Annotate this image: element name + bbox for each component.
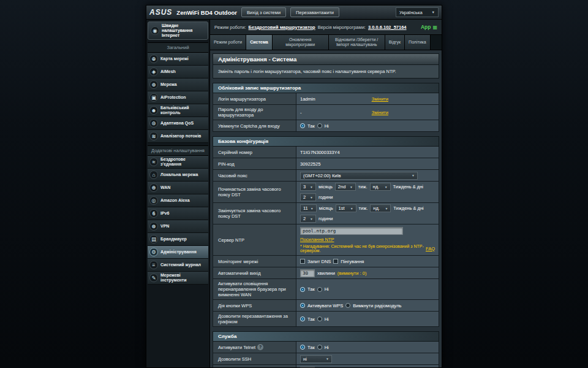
table-row: PIN-код 30922525: [213, 158, 439, 170]
sidebar-item-lan[interactable]: ⌂ Локальна мережа: [148, 169, 208, 182]
sidebar-item-firewall[interactable]: ▤ Брандмауер: [148, 233, 208, 246]
wireless-icon: ≈: [149, 158, 158, 166]
sidebar-item-traffic-analyzer[interactable]: ≋ Аналізатор потоків: [148, 130, 208, 143]
wan-down-notice-cell: Так Ні: [296, 279, 439, 299]
scheduled-reboot-no-radio[interactable]: [317, 316, 322, 321]
firmware-version-link[interactable]: 3.0.0.6.102_57164: [368, 25, 407, 30]
dst-begin-month-value: 3: [303, 184, 306, 190]
wps-radio-off-radio[interactable]: [345, 303, 350, 308]
sidebar-item-aimesh[interactable]: ◈ AiMesh: [148, 66, 208, 79]
auto-logout-input[interactable]: [300, 269, 315, 277]
sidebar-item-guest-network[interactable]: ⊚ Мережа: [148, 79, 208, 91]
sidebar-item-label: VPN: [160, 224, 169, 229]
dst-end-month-select[interactable]: 11: [300, 204, 317, 212]
table-row: Сервер NTP Посилання NTP * Нагадування: …: [213, 224, 439, 256]
tab-operation-mode[interactable]: Режим роботи: [210, 35, 246, 50]
administration-icon: ⚙: [149, 248, 158, 256]
quick-setup-label: Швидке налаштування Інтернет: [162, 23, 205, 38]
change-login-link[interactable]: Змінити: [372, 96, 388, 102]
telnet-no-radio[interactable]: [317, 345, 322, 350]
telnet-label: Активувати Telnet: [218, 345, 255, 350]
operation-mode-link[interactable]: Бездротовий маршрутизатор: [249, 25, 315, 30]
ssh-select[interactable]: ні: [300, 355, 332, 363]
telnet-yes-radio[interactable]: [300, 345, 305, 350]
sidebar-item-ipv6[interactable]: 6 IPv6: [148, 207, 208, 220]
help-icon[interactable]: ?: [257, 344, 263, 350]
tab-firmware-upgrade[interactable]: Оновлення мікропрограми: [273, 35, 329, 50]
ntp-faq-link[interactable]: FAQ: [426, 246, 435, 251]
router-model-title: ZenWiFi BD4 Outdoor: [176, 9, 237, 16]
page-description: Змініть пароль і логін маршрутизатора, ч…: [213, 65, 439, 79]
network-monitoring-label: Моніторинг мережі: [213, 256, 296, 267]
tab-policy[interactable]: Політика: [405, 35, 431, 50]
ping-checkbox[interactable]: [333, 259, 338, 264]
page-content: Адміністрування - Система Змініть пароль…: [210, 50, 442, 368]
reboot-button[interactable]: Перезавантажити: [290, 7, 339, 17]
dst-hour-label: години: [318, 216, 333, 221]
table-row: Дозволити SSH ні: [213, 353, 439, 365]
app-download-link[interactable]: App ▦: [421, 24, 437, 30]
change-password-link[interactable]: Змінити: [372, 110, 388, 115]
sidebar-item-network-tools[interactable]: ✎ Мережеві інструменти: [148, 272, 208, 285]
sidebar-item-network-map[interactable]: ⊕ Карта мережі: [148, 53, 208, 66]
chevron-down-icon: ▼: [432, 10, 435, 14]
dns-query-checkbox[interactable]: [300, 259, 305, 264]
dst-end-day-value: нд.: [373, 205, 380, 211]
dst-begin-day-select[interactable]: нд.: [370, 183, 391, 191]
page-title: Адміністрування - Система: [213, 53, 439, 65]
captcha-no-radio[interactable]: [317, 123, 322, 128]
ntp-link[interactable]: Посилання NTP: [300, 237, 334, 242]
sidebar-item-wireless[interactable]: ≈ Бездротове з'єднання: [148, 156, 208, 169]
ipv6-icon: 6: [149, 209, 158, 218]
dst-begin-week-select[interactable]: 2nd: [335, 183, 356, 191]
dst-begin-month-select[interactable]: 3: [300, 183, 316, 191]
asus-logo: ASUS: [149, 8, 172, 17]
timezone-select[interactable]: (GMT+02:00) Київ: [300, 172, 418, 180]
ntp-server-input[interactable]: [300, 227, 403, 235]
minutes-suffix: хвилини: [317, 270, 335, 276]
sidebar-item-wan[interactable]: ⊛ WAN: [148, 182, 208, 194]
table-row: Дія кнопки WPS Активувати WPS Вимкнути р…: [213, 300, 439, 312]
scheduled-reboot-yes-radio[interactable]: [300, 316, 305, 321]
sidebar-item-label: Мережа: [160, 82, 177, 87]
section-header-router-account: Обліковий запис маршрутизатора: [213, 83, 439, 93]
sidebar-item-parental-controls[interactable]: ☻ Батьківський контроль: [148, 104, 208, 117]
dst-end-cell: 11 місяць 1st тиж. нд. Тиждень & дні 2 г…: [296, 203, 439, 224]
wps-activate-radio[interactable]: [300, 303, 305, 308]
dst-end-day-select[interactable]: нд.: [370, 204, 391, 212]
language-select[interactable]: Українська ▼: [396, 7, 439, 17]
dst-begin-hour-select[interactable]: 2: [300, 193, 316, 201]
tab-feedback[interactable]: Відгук: [385, 35, 405, 50]
sidebar-item-amazon-alexa[interactable]: ◎ Amazon Alexa: [148, 194, 208, 207]
sidebar-item-system-log[interactable]: ≡ Системний журнал: [148, 259, 208, 272]
sidebar-item-label: Адміністрування: [160, 250, 197, 255]
sidebar: ◉ Швидке налаштування Інтернет Загальний…: [146, 20, 210, 368]
table-row: Починається заміна часового поясу DST 3 …: [213, 182, 439, 203]
wps-button-action-cell: Активувати WPS Вимкнути радіомодуль: [296, 300, 439, 311]
logout-button[interactable]: Вихід з системи: [241, 7, 286, 17]
dst-end-hour-select[interactable]: 2: [300, 215, 316, 223]
timezone-label: Часовий пояс: [213, 170, 296, 181]
main-panel: Режим роботи: Бездротовий маршрутизатор …: [210, 20, 442, 368]
quick-internet-setup-button[interactable]: ◉ Швидке налаштування Інтернет: [148, 21, 208, 40]
table-row: Автоматичний вихід хвилини (вимкнути : 0…: [213, 267, 439, 279]
sidebar-item-adaptive-qos[interactable]: ⊙ Адаптивна QoS: [148, 117, 208, 130]
sidebar-item-vpn[interactable]: ⊜ VPN: [148, 220, 208, 233]
wan-notice-yes-radio[interactable]: [300, 287, 305, 292]
sidebar-item-aiprotection[interactable]: ▣ AiProtection: [148, 91, 208, 104]
sidebar-section-advanced: Додаткові налаштування: [148, 145, 208, 156]
dst-week-label: тиж.: [358, 184, 368, 190]
section-header-basic-config: Базова конфігурація: [213, 136, 439, 147]
dst-end-week-select[interactable]: 1st: [336, 204, 356, 212]
table-row: Активувати Telnet ? Так Ні: [213, 342, 439, 353]
captcha-yes-radio[interactable]: [300, 123, 305, 128]
tab-restore-save-upload[interactable]: Відновити /Зберегти /Імпорт налаштувань: [329, 35, 385, 50]
wan-notice-no-radio[interactable]: [317, 287, 322, 292]
telnet-no-label: Ні: [325, 345, 329, 350]
network-monitoring-cell: Запит DNS Пінгування: [296, 256, 439, 267]
tab-system[interactable]: Система: [246, 35, 272, 50]
section-basic-config: Базова конфігурація Серійний номер T1IG7…: [213, 136, 439, 327]
wps-button-action-label: Дія кнопки WPS: [213, 300, 296, 311]
scheduled-reboot-yes-label: Так: [307, 316, 315, 322]
sidebar-item-administration[interactable]: ⚙ Адміністрування: [148, 246, 208, 259]
